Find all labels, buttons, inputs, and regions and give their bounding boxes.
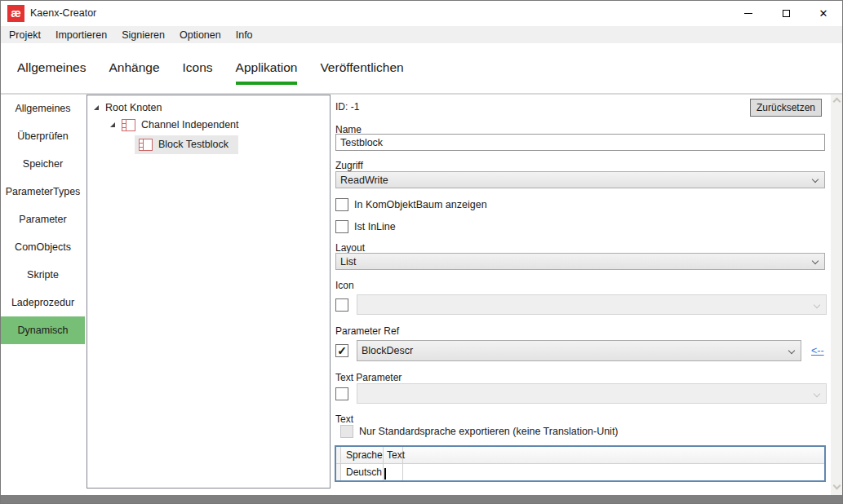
tree-node-channel[interactable]: Channel Independent <box>87 116 330 134</box>
chevron-down-icon <box>814 391 820 397</box>
tree-node-label: Root Knoten <box>105 102 162 113</box>
parameter-ref-value: BlockDescr <box>362 345 413 356</box>
parameter-ref-label: Parameter Ref <box>335 325 399 337</box>
sidebar-item-allgemeines[interactable]: Allgemeines <box>1 95 85 122</box>
sidebar-item-skripte[interactable]: Skripte <box>1 261 85 289</box>
sidebar-item-parameter[interactable]: Parameter <box>1 206 85 233</box>
menu-bar: Projekt Importieren Signieren Optionen I… <box>1 26 842 43</box>
menu-importieren[interactable]: Importieren <box>48 29 114 41</box>
expander-icon[interactable] <box>94 105 99 110</box>
menu-projekt[interactable]: Projekt <box>2 29 48 41</box>
text-caret <box>384 468 386 480</box>
zugriff-select[interactable]: ReadWrite <box>335 171 825 188</box>
text-parameter-label: Text Parameter <box>335 372 402 383</box>
scroll-up-icon[interactable] <box>833 98 841 106</box>
parameter-ref-checkbox[interactable]: ✓ <box>335 344 348 357</box>
minimize-icon <box>744 13 752 14</box>
block-properties-panel: ID: -1 Zurücksetzen Name Testblock Zugri… <box>331 95 831 495</box>
parameter-ref-select[interactable]: BlockDescr <box>357 340 801 361</box>
tab-veroeffentlichen[interactable]: Veröffentlichen <box>320 60 403 85</box>
name-input[interactable]: Testblock <box>335 134 825 151</box>
tree-node-block[interactable]: Block Testblock <box>87 134 330 155</box>
title-bar: æ Kaenx-Creator ✕ <box>1 1 842 26</box>
background-strip <box>1 495 842 504</box>
inline-checkbox-label: Ist InLine <box>354 221 396 232</box>
window-title: Kaenx-Creator <box>30 7 96 19</box>
tree-node-label: Block Testblock <box>158 139 228 150</box>
tree-node-label: Channel Independent <box>141 119 239 130</box>
zugriff-value: ReadWrite <box>340 175 388 186</box>
chevron-down-icon <box>812 258 819 264</box>
tab-anhaenge[interactable]: Anhänge <box>109 60 159 85</box>
table-row[interactable]: Deutsch <box>336 464 824 480</box>
tab-icons[interactable]: Icons <box>183 60 213 85</box>
cell-text-editing[interactable] <box>384 464 403 480</box>
zugriff-label: Zugriff <box>335 160 363 171</box>
dynamic-tree-panel: Root Knoten Channel Independent Block Te <box>87 95 331 489</box>
reset-button[interactable]: Zurücksetzen <box>750 99 822 117</box>
tree-node-selected[interactable]: Block Testblock <box>135 135 238 154</box>
sidebar-item-comobjects[interactable]: ComObjects <box>1 233 85 261</box>
chevron-down-icon <box>814 302 820 308</box>
app-window: æ Kaenx-Creator ✕ Projekt Importieren Si… <box>0 0 843 504</box>
block-table-icon <box>122 119 135 131</box>
goto-parameter-link[interactable]: <-- <box>811 345 824 356</box>
inline-checkbox[interactable] <box>335 220 348 233</box>
text-parameter-row <box>335 383 827 404</box>
tab-applikation[interactable]: Applikation <box>236 60 298 85</box>
close-button[interactable]: ✕ <box>805 1 842 26</box>
komobjekt-checkbox[interactable] <box>335 198 348 211</box>
text-parameter-checkbox[interactable] <box>335 387 348 400</box>
menu-info[interactable]: Info <box>228 29 260 41</box>
icon-label: Icon <box>335 280 354 291</box>
cell-sprache: Deutsch <box>341 464 384 480</box>
app-logo-icon: æ <box>7 5 24 22</box>
name-value: Testblock <box>340 137 383 148</box>
menu-optionen[interactable]: Optionen <box>172 29 228 41</box>
maximize-button[interactable] <box>767 1 805 26</box>
tab-bar: Allgemeines Anhänge Icons Applikation Ve… <box>1 43 842 95</box>
translation-table: Sprache Text Deutsch <box>335 445 826 482</box>
close-icon: ✕ <box>819 8 828 19</box>
komobjekt-checkbox-row: In KomObjektBaum anzeigen <box>335 198 487 211</box>
layout-value: List <box>340 256 356 267</box>
sidebar-item-ueberpruefen[interactable]: Überprüfen <box>1 122 85 150</box>
chevron-down-icon <box>812 176 819 183</box>
komobjekt-checkbox-label: In KomObjektBaum anzeigen <box>354 199 487 210</box>
menu-signieren[interactable]: Signieren <box>114 29 172 41</box>
row-filler <box>403 464 824 480</box>
chevron-down-icon <box>788 347 795 354</box>
header-filler <box>403 447 824 463</box>
sidebar-item-speicher[interactable]: Speicher <box>1 150 85 178</box>
parameter-ref-row: ✓ BlockDescr <-- <box>335 340 824 361</box>
icon-checkbox[interactable] <box>335 298 348 312</box>
sidebar: Allgemeines Überprüfen Speicher Paramete… <box>1 95 85 495</box>
standard-language-row: Nur Standardsprache exportieren (keine T… <box>340 425 619 438</box>
block-table-icon <box>139 139 153 151</box>
layout-select[interactable]: List <box>335 253 825 270</box>
standard-language-checkbox <box>340 425 353 438</box>
scroll-down-icon[interactable] <box>833 482 841 490</box>
text-parameter-select <box>357 383 827 404</box>
column-header-sprache[interactable]: Sprache <box>341 447 384 463</box>
maximize-icon <box>783 10 790 17</box>
standard-language-label: Nur Standardsprache exportieren (keine T… <box>359 426 619 437</box>
expander-icon[interactable] <box>110 122 115 127</box>
icon-select <box>357 294 827 315</box>
text-section-label: Text <box>335 413 353 425</box>
sidebar-item-ladeprozedur[interactable]: Ladeprozedur <box>1 289 85 316</box>
sidebar-item-parametertypes[interactable]: ParameterTypes <box>1 178 85 206</box>
translation-table-header: Sprache Text <box>336 447 824 464</box>
icon-row <box>335 294 827 315</box>
id-label: ID: -1 <box>335 101 359 113</box>
minimize-button[interactable] <box>730 1 767 26</box>
column-header-text[interactable]: Text <box>384 447 403 463</box>
inline-checkbox-row: Ist InLine <box>335 220 396 233</box>
tab-allgemeines[interactable]: Allgemeines <box>17 60 86 85</box>
layout-label: Layout <box>335 242 365 254</box>
sidebar-item-dynamisch[interactable]: Dynamisch <box>1 316 85 344</box>
tree-node-root[interactable]: Root Knoten <box>87 99 330 116</box>
vertical-scrollbar[interactable] <box>831 95 843 495</box>
